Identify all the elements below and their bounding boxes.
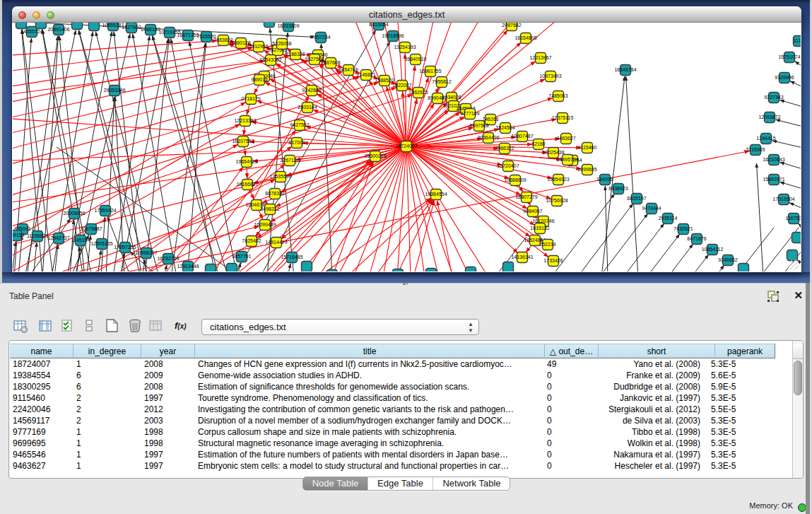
svg-text:6099695: 6099695 bbox=[577, 167, 596, 172]
svg-text:7955812: 7955812 bbox=[432, 79, 451, 84]
svg-text:14914479: 14914479 bbox=[265, 240, 287, 245]
svg-text:11156829: 11156829 bbox=[27, 233, 48, 238]
svg-text:6829197: 6829197 bbox=[627, 196, 646, 201]
svg-text:9146821: 9146821 bbox=[356, 72, 375, 77]
svg-text:2935114: 2935114 bbox=[659, 216, 678, 221]
svg-text:252214: 252214 bbox=[539, 242, 555, 247]
svg-text:18495794: 18495794 bbox=[556, 157, 578, 162]
svg-text:29053346: 29053346 bbox=[103, 88, 125, 93]
svg-text:8454749: 8454749 bbox=[339, 67, 358, 72]
svg-text:20891406: 20891406 bbox=[47, 27, 69, 32]
svg-text:10958107: 10958107 bbox=[135, 250, 157, 255]
svg-text:3824554: 3824554 bbox=[495, 125, 514, 130]
svg-text:16099489: 16099489 bbox=[254, 222, 276, 227]
svg-text:7986322: 7986322 bbox=[495, 146, 514, 151]
svg-text:8471676: 8471676 bbox=[687, 236, 706, 241]
svg-text:10973493: 10973493 bbox=[539, 74, 561, 78]
svg-text:15716485: 15716485 bbox=[281, 255, 302, 259]
svg-text:16961755: 16961755 bbox=[419, 69, 441, 74]
svg-text:10655287: 10655287 bbox=[102, 23, 124, 28]
svg-text:9242848: 9242848 bbox=[302, 88, 321, 93]
svg-text:10807487: 10807487 bbox=[511, 134, 533, 139]
svg-text:7357234: 7357234 bbox=[311, 35, 330, 40]
svg-text:16107553: 16107553 bbox=[232, 139, 254, 144]
svg-text:16543362: 16543362 bbox=[259, 57, 281, 62]
svg-text:10756928: 10756928 bbox=[546, 198, 567, 203]
svg-text:1362615: 1362615 bbox=[408, 90, 428, 95]
svg-text:19654925: 19654925 bbox=[235, 159, 257, 164]
svg-text:3912956: 3912956 bbox=[249, 44, 268, 49]
svg-text:18807279: 18807279 bbox=[515, 194, 537, 199]
svg-text:19166827: 19166827 bbox=[236, 182, 258, 187]
svg-text:10854112: 10854112 bbox=[702, 247, 724, 252]
svg-text:3267130: 3267130 bbox=[280, 158, 299, 163]
svg-text:8186328: 8186328 bbox=[286, 52, 305, 57]
svg-text:1145194: 1145194 bbox=[71, 238, 90, 243]
svg-text:3498222: 3498222 bbox=[260, 206, 279, 211]
svg-text:7485063: 7485063 bbox=[548, 93, 567, 98]
svg-text:16210643: 16210643 bbox=[763, 157, 784, 162]
svg-text:1117: 1117 bbox=[794, 38, 801, 43]
svg-text:164095: 164095 bbox=[596, 177, 613, 182]
svg-text:19654923: 19654923 bbox=[547, 177, 569, 182]
svg-text:16640910: 16640910 bbox=[404, 57, 426, 62]
svg-text:2367608: 2367608 bbox=[321, 60, 340, 65]
svg-text:7632621: 7632621 bbox=[673, 226, 693, 231]
svg-text:8660128: 8660128 bbox=[231, 40, 250, 45]
svg-text:16154808: 16154808 bbox=[514, 35, 536, 40]
svg-text:9245652: 9245652 bbox=[718, 257, 737, 262]
svg-text:9227343: 9227343 bbox=[764, 95, 783, 100]
svg-text:16033809: 16033809 bbox=[277, 23, 299, 28]
svg-text:12213967: 12213967 bbox=[529, 55, 551, 60]
svg-text:15692971: 15692971 bbox=[763, 177, 784, 182]
svg-text:939154: 939154 bbox=[13, 233, 25, 238]
svg-text:8813054: 8813054 bbox=[369, 23, 388, 27]
svg-text:16671355: 16671355 bbox=[177, 33, 199, 37]
svg-text:3215955: 3215955 bbox=[746, 147, 765, 152]
svg-text:7625402: 7625402 bbox=[242, 238, 261, 243]
svg-text:1615132: 1615132 bbox=[530, 226, 549, 230]
svg-text:9115460: 9115460 bbox=[578, 145, 597, 150]
svg-text:14136141: 14136141 bbox=[511, 255, 533, 259]
svg-text:1527602: 1527602 bbox=[122, 25, 141, 30]
svg-text:8878332: 8878332 bbox=[265, 191, 284, 196]
svg-text:1733426: 1733426 bbox=[543, 258, 563, 263]
svg-text:12942737: 12942737 bbox=[47, 235, 69, 240]
svg-text:19218596: 19218596 bbox=[382, 33, 404, 38]
svg-text:16648784: 16648784 bbox=[614, 67, 636, 72]
svg-text:1822037: 1822037 bbox=[392, 83, 411, 88]
svg-text:17957255: 17957255 bbox=[114, 245, 136, 250]
svg-text:9474444: 9474444 bbox=[642, 206, 661, 211]
svg-text:12923448: 12923448 bbox=[177, 264, 199, 269]
svg-text:1244415: 1244415 bbox=[756, 136, 775, 141]
svg-text:17359924: 17359924 bbox=[94, 208, 116, 213]
svg-text:5226058: 5226058 bbox=[272, 41, 291, 46]
svg-text:17016504: 17016504 bbox=[772, 197, 794, 201]
svg-text:6497568: 6497568 bbox=[469, 123, 488, 128]
svg-text:6934028: 6934028 bbox=[442, 95, 461, 100]
svg-text:20364436: 20364436 bbox=[477, 135, 499, 140]
svg-text:989013: 989013 bbox=[251, 77, 267, 82]
svg-text:817008: 817008 bbox=[288, 140, 305, 145]
svg-text:116753: 116753 bbox=[786, 216, 801, 221]
svg-text:9084067: 9084067 bbox=[523, 209, 542, 214]
svg-text:9463627: 9463627 bbox=[556, 136, 575, 141]
svg-text:20206556: 20206556 bbox=[63, 211, 85, 216]
svg-text:6466160: 6466160 bbox=[141, 27, 160, 32]
svg-text:12213383: 12213383 bbox=[234, 118, 256, 123]
svg-text:7663822: 7663822 bbox=[213, 37, 233, 42]
svg-text:8938923: 8938923 bbox=[608, 186, 628, 191]
svg-text:2803144: 2803144 bbox=[298, 105, 317, 110]
svg-text:13254193: 13254193 bbox=[394, 45, 416, 49]
svg-text:18724007: 18724007 bbox=[395, 144, 417, 148]
svg-text:f(x): f(x) bbox=[175, 320, 187, 331]
svg-text:9857791: 9857791 bbox=[232, 254, 251, 259]
svg-text:9777169: 9777169 bbox=[460, 111, 479, 116]
svg-text:30975887: 30975887 bbox=[80, 226, 102, 231]
svg-text:15720407: 15720407 bbox=[497, 163, 519, 168]
svg-text:1588520: 1588520 bbox=[375, 78, 394, 83]
svg-text:746266: 746266 bbox=[482, 117, 498, 122]
svg-text:12505135: 12505135 bbox=[90, 241, 112, 246]
svg-text:2718179: 2718179 bbox=[241, 96, 260, 101]
svg-text:2087682: 2087682 bbox=[502, 23, 521, 28]
